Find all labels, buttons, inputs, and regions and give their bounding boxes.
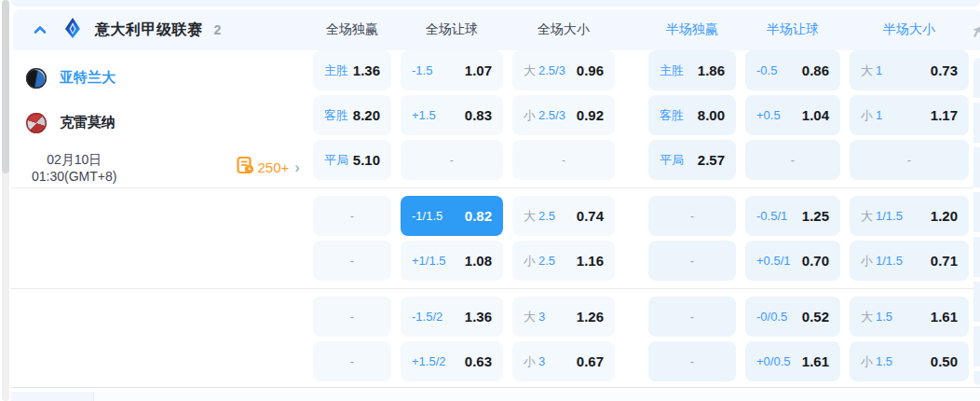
odds-cell-empty: - (648, 196, 736, 236)
odds-cell[interactable]: 主胜1.36 (313, 50, 391, 90)
odds-label: 小2.5 (524, 253, 555, 270)
odds-value: 1.61 (802, 353, 829, 369)
away-team-name[interactable]: 克雷莫纳 (60, 114, 116, 131)
empty-odds-dash: - (690, 209, 694, 223)
league-card: 意大利甲级联赛 2 全场独赢全场让球全场大小 半场独赢半场让球半场大小 亚特兰大 (11, 9, 980, 388)
odds-cell[interactable]: +1.5/20.63 (401, 341, 503, 381)
empty-odds-dash: - (690, 310, 694, 324)
odds-value: 8.20 (353, 107, 380, 123)
empty-odds-dash: - (562, 153, 565, 167)
odds-cell[interactable]: 小11.17 (850, 95, 969, 135)
odds-line: 3 (538, 310, 545, 324)
league-title: 意大利甲级联赛 (95, 21, 203, 40)
home-team-name[interactable]: 亚特兰大 (60, 69, 116, 87)
odds-label: 客胜 (324, 107, 348, 124)
odds-value: 0.70 (802, 253, 829, 269)
odds-line: +1/1.5 (412, 254, 446, 268)
odds-line: -1.5/2 (412, 310, 442, 324)
odds-cell[interactable]: +0.5/10.70 (745, 241, 840, 281)
odds-cell[interactable]: +1/1.51.08 (401, 241, 503, 281)
odds-cell[interactable]: 客胜8.00 (648, 95, 736, 135)
empty-odds-dash: - (350, 310, 354, 324)
odds-cell[interactable]: 小30.67 (512, 341, 615, 381)
odds-cell[interactable]: +1.50.83 (401, 95, 503, 135)
odds-cell[interactable]: 客胜8.20 (313, 95, 391, 135)
odds-cell[interactable]: -1.5/21.36 (401, 297, 503, 337)
odds-cell[interactable]: -1.51.07 (401, 50, 503, 90)
odds-value: 1.16 (577, 253, 604, 269)
odds-cell-empty: - (313, 241, 391, 281)
odds-line: 2.5 (538, 254, 555, 268)
collapse-chevron-up-icon[interactable] (30, 20, 50, 40)
odds-cell[interactable]: 大2.50.74 (512, 196, 615, 236)
odds-cell[interactable]: 小2.5/30.92 (512, 95, 615, 135)
odds-cell[interactable]: -0.50.86 (745, 50, 840, 90)
odds-value: 1.36 (465, 309, 492, 325)
odds-cell[interactable]: +0.51.04 (745, 95, 840, 135)
odds-label: +1/1.5 (412, 254, 446, 268)
odds-line: -1.5 (412, 63, 432, 77)
odds-cell[interactable]: 平局2.57 (648, 140, 736, 180)
odds-cell-empty: - (401, 140, 503, 180)
odds-cell[interactable]: 大1.51.61 (850, 297, 969, 337)
odds-value: 0.82 (465, 208, 492, 224)
odds-cell[interactable]: 大1/1.51.20 (850, 196, 969, 236)
more-markets-button[interactable]: 250+ › (237, 157, 300, 178)
odds-body: 亚特兰大 克雷莫纳 02月10日 01:30(GMT+8) (11, 50, 980, 388)
odds-label: 大1/1.5 (861, 208, 903, 225)
empty-odds-dash: - (350, 354, 354, 368)
odds-line: 1/1.5 (876, 254, 903, 268)
odds-cell[interactable]: 小2.51.16 (512, 241, 615, 281)
corner-cursor-icon (973, 24, 980, 41)
scrollbar-thumb[interactable] (2, 0, 9, 173)
league-header-row: 意大利甲级联赛 2 全场独赢全场让球全场大小 半场独赢半场让球半场大小 (13, 9, 980, 50)
odds-cell[interactable]: 主胜1.86 (648, 50, 736, 90)
odds-cell-empty: - (313, 297, 391, 337)
odds-label: 大1 (861, 62, 882, 79)
odds-label: +0.5/1 (756, 254, 791, 268)
odds-cell[interactable]: -0/0.50.52 (745, 297, 840, 337)
odds-line: 1 (876, 63, 882, 77)
odds-value: 0.74 (577, 208, 604, 224)
odds-line: 2.5/3 (538, 63, 565, 77)
match-meta-row: 02月10日 01:30(GMT+8) (11, 147, 302, 187)
odds-cell[interactable]: 大2.5/30.96 (512, 50, 615, 90)
odds-label: 小1 (861, 107, 882, 124)
group-divider (11, 288, 980, 289)
odds-label-prefix: 大 (861, 63, 873, 77)
odds-value: 5.10 (353, 152, 380, 168)
odds-line: 1 (876, 108, 882, 122)
odds-value: 1.20 (931, 208, 958, 224)
odds-line: 2.5 (538, 209, 555, 223)
empty-odds-dash: - (791, 153, 795, 167)
match-datetime: 02月10日 01:30(GMT+8) (32, 151, 116, 185)
odds-cell[interactable]: +0/0.51.61 (745, 341, 840, 381)
league-match-count: 2 (214, 22, 222, 37)
odds-label-prefix: 小 (861, 108, 873, 122)
odds-cell[interactable]: -0.5/11.25 (745, 196, 840, 236)
odds-line: -0/0.5 (756, 310, 787, 324)
odds-cell-selected[interactable]: -1/1.50.82 (401, 196, 503, 236)
vertical-scrollbar[interactable] (2, 0, 9, 401)
odds-line: 1.5 (876, 310, 892, 324)
odds-label: 大2.5 (524, 208, 555, 225)
odds-line: +1.5 (412, 108, 436, 122)
odds-cell[interactable]: 大31.26 (512, 297, 615, 337)
odds-cell[interactable]: 平局5.10 (313, 140, 391, 180)
odds-label: 平局 (660, 152, 684, 169)
odds-cell[interactable]: 小1.50.50 (850, 341, 969, 381)
odds-label: 主胜 (660, 62, 684, 79)
odds-label: 小3 (524, 353, 545, 370)
odds-line: +0.5 (756, 108, 781, 122)
odds-cell-empty: - (648, 297, 736, 337)
odds-cell-empty: - (313, 341, 391, 381)
odds-value: 0.52 (802, 309, 829, 325)
odds-value: 8.00 (698, 107, 725, 123)
odds-value: 0.92 (577, 107, 604, 123)
odds-cell[interactable]: 大10.73 (850, 50, 969, 90)
odds-value: 1.17 (931, 107, 958, 123)
odds-cell[interactable]: 小1/1.50.71 (850, 241, 969, 281)
column-header-half-5: 半场大小 (850, 21, 969, 38)
odds-label-prefix: 小 (524, 254, 536, 268)
odds-label: 平局 (324, 152, 348, 169)
